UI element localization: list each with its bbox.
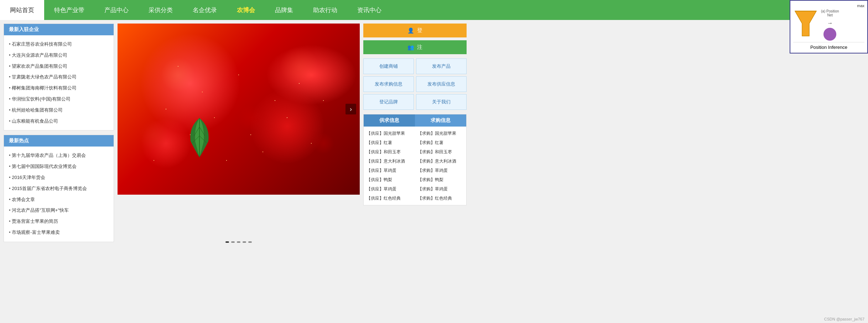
hot-topics-section: 最新热点 第十九届华港农产品（上海）交易会 第七届中国国际现代农业博览会 201… [4, 135, 114, 242]
new-companies-title: 最新入驻企业 [4, 24, 114, 35]
position-inference-label: Position Inference [793, 42, 864, 50]
demand-column: 【求购】国光甜苹果 【求购】红薯 【求购】和田玉枣 【求购】意大利冰酒 【求购】… [415, 127, 466, 205]
banner-dot-2[interactable] [231, 241, 235, 243]
supply-item-4[interactable]: 【供应】意大利冰酒 [367, 157, 412, 166]
nav-news[interactable]: 资讯中心 [347, 0, 391, 20]
list-item[interactable]: 石家庄慧谷农业科技有限公司 [9, 39, 109, 50]
list-item[interactable]: 华润怡宝饮料(中国)有限公司 [9, 94, 109, 105]
demand-item-3[interactable]: 【求购】和田玉枣 [418, 147, 463, 157]
banner-dot-5[interactable] [248, 241, 252, 243]
position-net-diagram: (a) PositionNet → Position Inference [793, 9, 864, 50]
list-item[interactable]: 山东粮能有机食品公司 [9, 116, 109, 127]
nav-aid[interactable]: 助农行动 [303, 0, 347, 20]
supply-demand-section: 供求信息 求购信息 【供应】国光甜苹果 【供应】红薯 【供应】和田玉枣 【供应】… [363, 114, 467, 205]
demand-item-8[interactable]: 【求购】红色经典 [418, 194, 463, 203]
list-item[interactable]: 第七届中国国际现代农业博览会 [9, 161, 109, 172]
banner-image: › [118, 24, 360, 246]
banner-dot-3[interactable] [237, 241, 240, 243]
quick-link-register-brand[interactable]: 登记品牌 [363, 94, 414, 110]
list-item[interactable]: 农博会文章 [9, 194, 109, 205]
tab-supply-info[interactable]: 供求信息 [364, 114, 415, 127]
supply-item-8[interactable]: 【供应】红色经典 [367, 194, 412, 203]
nav-brands[interactable]: 品牌集 [265, 0, 303, 20]
demand-item-5[interactable]: 【求购】草鸡蛋 [418, 166, 463, 175]
tab-demand-info[interactable]: 求购信息 [415, 114, 466, 127]
list-item[interactable]: 望家欢农产品集团有限公司 [9, 61, 109, 72]
list-item[interactable]: 贾洛营富士苹果的简历 [9, 216, 109, 227]
main-content: 最新入驻企业 石家庄慧谷农业科技有限公司 大连兴业源农产品有限公司 望家欢农产品… [0, 20, 868, 250]
demand-item-2[interactable]: 【求购】红薯 [418, 138, 463, 147]
banner-dot-4[interactable] [243, 241, 246, 243]
demand-item-6[interactable]: 【求购】鸭梨 [418, 175, 463, 184]
list-item[interactable]: 大连兴业源农产品有限公司 [9, 50, 109, 61]
supply-demand-content: 【供应】国光甜苹果 【供应】红薯 【供应】和田玉枣 【供应】意大利冰酒 【供应】… [364, 127, 466, 205]
register-label: 注 [417, 44, 422, 51]
demand-item-4[interactable]: 【求购】意大利冰酒 [418, 157, 463, 166]
nav-industry[interactable]: 特色产业带 [44, 0, 94, 20]
right-sidebar: 👤 登 👥 注 创建商铺 发布产品 发布求购信息 发布供应信息 登记品牌 关于我… [363, 24, 467, 246]
list-item[interactable]: 2016天津年货会 [9, 172, 109, 183]
strawberry-leaf [182, 116, 217, 159]
quick-link-publish-product[interactable]: 发布产品 [416, 58, 467, 74]
supply-item-2[interactable]: 【供应】红薯 [367, 138, 412, 147]
register-button[interactable]: 👥 注 [363, 40, 467, 54]
new-companies-section: 最新入驻企业 石家庄慧谷农业科技有限公司 大连兴业源农产品有限公司 望家欢农产品… [4, 24, 114, 130]
position-net-label: (a) PositionNet [821, 9, 839, 17]
demand-item-1[interactable]: 【求购】国光甜苹果 [418, 129, 463, 138]
list-item[interactable]: 2015首届广东省农村电子商务博览会 [9, 183, 109, 194]
banner-next-arrow[interactable]: › [345, 104, 356, 114]
nav-home[interactable]: 网站首页 [0, 0, 44, 20]
nav-supply[interactable]: 采供分类 [139, 0, 183, 20]
demand-item-7[interactable]: 【求购】草鸡蛋 [418, 184, 463, 194]
watermark: CSDN @passer_jw767 [824, 317, 864, 321]
login-button[interactable]: 👤 登 [363, 24, 467, 37]
quick-link-create-shop[interactable]: 创建商铺 [363, 58, 414, 74]
top-navigation: 网站首页 特色产业带 产品中心 采供分类 名企优录 农博会 品牌集 助农行动 资… [0, 0, 868, 20]
list-item[interactable]: 市场观察-富士苹果难卖 [9, 227, 109, 238]
supply-item-3[interactable]: 【供应】和田玉枣 [367, 147, 412, 157]
new-companies-list: 石家庄慧谷农业科技有限公司 大连兴业源农产品有限公司 望家欢农产品集团有限公司 … [4, 35, 114, 130]
supply-item-6[interactable]: 【供应】鸭梨 [367, 175, 412, 184]
quick-links-grid: 创建商铺 发布产品 发布求购信息 发布供应信息 登记品牌 关于我们 [363, 58, 467, 110]
list-item[interactable]: 椰树集团海南椰汁饮料有限公司 [9, 83, 109, 94]
supply-item-1[interactable]: 【供应】国光甜苹果 [367, 129, 412, 138]
list-item[interactable]: 甘肃陇老大绿色农产品有限公司 [9, 72, 109, 83]
arrow-right-icon: → [827, 20, 833, 26]
login-icon: 👤 [407, 27, 414, 34]
nav-expo[interactable]: 农博会 [227, 0, 265, 20]
position-net-overlay: max (a) PositionNet → Position Inference [790, 0, 868, 53]
purple-circle-icon [823, 28, 836, 41]
left-sidebar: 最新入驻企业 石家庄慧谷农业科技有限公司 大连兴业源农产品有限公司 望家欢农产品… [4, 24, 114, 246]
quick-link-about-us[interactable]: 关于我们 [416, 94, 467, 110]
strawberry-photo: › [118, 24, 360, 195]
list-item[interactable]: 河北农产品搭"互联网+"快车 [9, 205, 109, 216]
hot-topics-title: 最新热点 [4, 135, 114, 147]
banner-dots [225, 241, 252, 243]
banner-dot-1[interactable] [225, 241, 229, 243]
login-label: 登 [417, 27, 422, 34]
position-net-funnel-icon [793, 9, 818, 38]
position-net-max-label: max [793, 4, 864, 8]
hot-topics-list: 第十九届华港农产品（上海）交易会 第七届中国国际现代农业博览会 2016天津年货… [4, 147, 114, 241]
svg-marker-8 [795, 11, 816, 36]
list-item[interactable]: 第十九届华港农产品（上海）交易会 [9, 150, 109, 161]
quick-link-publish-purchase[interactable]: 发布求购信息 [363, 76, 414, 92]
quick-link-publish-supply[interactable]: 发布供应信息 [416, 76, 467, 92]
supply-demand-tabs: 供求信息 求购信息 [364, 114, 466, 127]
supply-item-7[interactable]: 【供应】草鸡蛋 [367, 184, 412, 194]
supply-column: 【供应】国光甜苹果 【供应】红薯 【供应】和田玉枣 【供应】意大利冰酒 【供应】… [364, 127, 415, 205]
nav-products[interactable]: 产品中心 [94, 0, 139, 20]
list-item[interactable]: 杭州娃哈哈集团有限公司 [9, 105, 109, 116]
supply-item-5[interactable]: 【供应】草鸡蛋 [367, 166, 412, 175]
strawberry-highlights [118, 24, 360, 195]
nav-companies[interactable]: 名企优录 [183, 0, 227, 20]
register-icon: 👥 [407, 44, 414, 51]
